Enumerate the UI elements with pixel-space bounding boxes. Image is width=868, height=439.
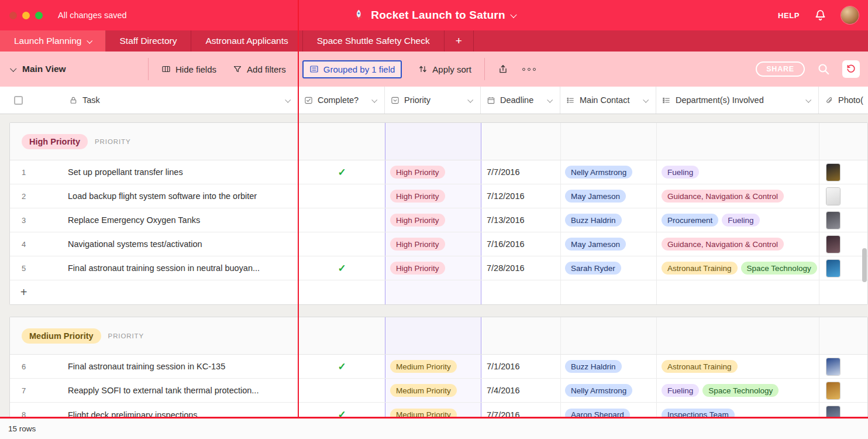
priority-cell[interactable]: High Priority (385, 256, 481, 280)
row-number[interactable]: 4 (10, 232, 37, 256)
add-filters-button[interactable]: Add filters (233, 64, 286, 74)
complete-cell[interactable] (299, 208, 385, 232)
task-cell[interactable]: Navigational systems test/activation (37, 232, 299, 256)
zoom-window-button[interactable] (35, 12, 43, 19)
priority-cell[interactable]: Medium Priority (385, 403, 481, 418)
priority-cell[interactable]: High Priority (385, 232, 481, 256)
select-all-cell[interactable] (0, 87, 37, 114)
contact-cell[interactable]: Nelly Armstrong (561, 160, 657, 184)
complete-cell[interactable] (299, 379, 385, 402)
priority-cell[interactable]: High Priority (385, 208, 481, 232)
departments-cell[interactable]: Fueling (657, 160, 819, 184)
photo-thumbnail[interactable] (826, 260, 840, 277)
complete-cell[interactable]: ✓ (299, 355, 385, 378)
deadline-cell[interactable]: 7/7/2016 (481, 160, 561, 184)
photo-thumbnail[interactable] (826, 212, 840, 229)
deadline-cell[interactable]: 7/1/2016 (481, 355, 561, 378)
complete-cell[interactable]: ✓ (299, 256, 385, 280)
row-number[interactable]: 5 (10, 256, 37, 280)
photo-cell[interactable] (819, 184, 868, 208)
tab-astronaut-applicants[interactable]: Astronaut Applicants (191, 30, 302, 52)
base-title-menu[interactable]: Rocket Launch to Saturn (352, 0, 515, 30)
group-title-cell[interactable]: Medium PriorityPRIORITY (10, 317, 299, 354)
minimize-window-button[interactable] (22, 12, 30, 19)
photo-cell[interactable] (819, 379, 868, 402)
avatar[interactable] (841, 6, 859, 24)
column-header-photo[interactable]: Photo( (819, 87, 868, 114)
contact-cell[interactable]: Buzz Haldrin (561, 355, 657, 378)
priority-cell[interactable]: Medium Priority (385, 379, 481, 402)
task-cell[interactable]: Final astronaut training session in KC-1… (37, 355, 299, 378)
deadline-cell[interactable]: 7/7/2016 (481, 403, 561, 418)
revision-history-button[interactable] (842, 60, 860, 78)
complete-cell[interactable]: ✓ (299, 403, 385, 418)
departments-cell[interactable]: ProcurementFueling (657, 208, 819, 232)
photo-thumbnail[interactable] (826, 382, 840, 399)
task-cell[interactable]: Reapply SOFI to external tank thermal pr… (37, 379, 299, 402)
task-cell[interactable]: Replace Emergency Oxygen Tanks (37, 208, 299, 232)
photo-cell[interactable] (819, 208, 868, 232)
task-cell[interactable]: Flight deck preliminary inspections (37, 403, 299, 418)
add-record-plus-icon[interactable]: + (10, 280, 37, 304)
departments-cell[interactable]: Inspections Team (657, 403, 819, 418)
photo-thumbnail[interactable] (826, 358, 840, 375)
contact-cell[interactable]: May Jameson (561, 184, 657, 208)
task-cell[interactable]: Set up propellant transfer lines (37, 160, 299, 184)
photo-cell[interactable] (819, 160, 868, 184)
departments-cell[interactable]: FuelingSpace Technology (657, 379, 819, 402)
deadline-cell[interactable]: 7/16/2016 (481, 232, 561, 256)
more-options-icon[interactable] (522, 68, 536, 71)
help-button[interactable]: HELP (778, 11, 800, 20)
photo-cell[interactable] (819, 256, 868, 280)
column-header-main-contact[interactable]: Main Contact (560, 87, 656, 114)
row-number[interactable]: 8 (10, 403, 37, 418)
deadline-cell[interactable]: 7/4/2016 (481, 379, 561, 402)
contact-cell[interactable]: Sarah Ryder (561, 256, 657, 280)
complete-cell[interactable]: ✓ (299, 160, 385, 184)
deadline-cell[interactable]: 7/12/2016 (481, 184, 561, 208)
row-number[interactable]: 1 (10, 160, 37, 184)
photo-cell[interactable] (819, 355, 868, 378)
search-icon[interactable] (817, 62, 831, 76)
departments-cell[interactable]: Astronaut TrainingSpace Technology (657, 256, 819, 280)
priority-cell[interactable]: Medium Priority (385, 355, 481, 378)
priority-cell[interactable]: High Priority (385, 160, 481, 184)
hide-fields-button[interactable]: Hide fields (161, 64, 216, 74)
tab-space-shuttle-safety-check[interactable]: Space Shuttle Safety Check (303, 30, 445, 52)
task-cell[interactable]: Final astronaut training session in neut… (37, 256, 299, 280)
photo-thumbnail[interactable] (826, 188, 840, 205)
row-number[interactable]: 2 (10, 184, 37, 208)
deadline-cell[interactable]: 7/13/2016 (481, 208, 561, 232)
contact-cell[interactable]: Buzz Haldrin (561, 208, 657, 232)
column-header-task[interactable]: Task (37, 87, 298, 114)
photo-cell[interactable] (819, 232, 868, 256)
group-title-cell[interactable]: High PriorityPRIORITY (10, 123, 299, 160)
departments-cell[interactable]: Guidance, Navigation & Control (657, 184, 819, 208)
contact-cell[interactable]: Nelly Armstrong (561, 379, 657, 402)
row-number[interactable]: 3 (10, 208, 37, 232)
notifications-bell-icon[interactable] (814, 9, 827, 22)
view-switcher[interactable]: Main View (0, 64, 148, 74)
close-window-button[interactable] (9, 12, 17, 19)
add-table-button[interactable]: + (445, 30, 474, 52)
share-button[interactable]: SHARE (756, 61, 805, 77)
deadline-cell[interactable]: 7/28/2016 (481, 256, 561, 280)
departments-cell[interactable]: Astronaut Training (657, 355, 819, 378)
contact-cell[interactable]: Aaron Shepard (561, 403, 657, 418)
row-number[interactable]: 6 (10, 355, 37, 378)
priority-cell[interactable]: High Priority (385, 184, 481, 208)
column-header-priority[interactable]: Priority (385, 87, 481, 114)
task-cell[interactable]: Load backup flight system software into … (37, 184, 299, 208)
tab-staff-directory[interactable]: Staff Directory (106, 30, 192, 52)
vertical-scrollbar-thumb[interactable] (862, 248, 867, 282)
contact-cell[interactable]: May Jameson (561, 232, 657, 256)
photo-thumbnail[interactable] (826, 236, 840, 253)
column-header-complete[interactable]: Complete? (298, 87, 385, 114)
column-header-deadline[interactable]: Deadline (481, 87, 560, 114)
column-header-departments[interactable]: Department(s) Involved (656, 87, 819, 114)
photo-cell[interactable] (819, 403, 868, 418)
departments-cell[interactable]: Guidance, Navigation & Control (657, 232, 819, 256)
select-all-checkbox[interactable] (14, 96, 23, 105)
complete-cell[interactable] (299, 232, 385, 256)
photo-thumbnail[interactable] (826, 164, 840, 181)
